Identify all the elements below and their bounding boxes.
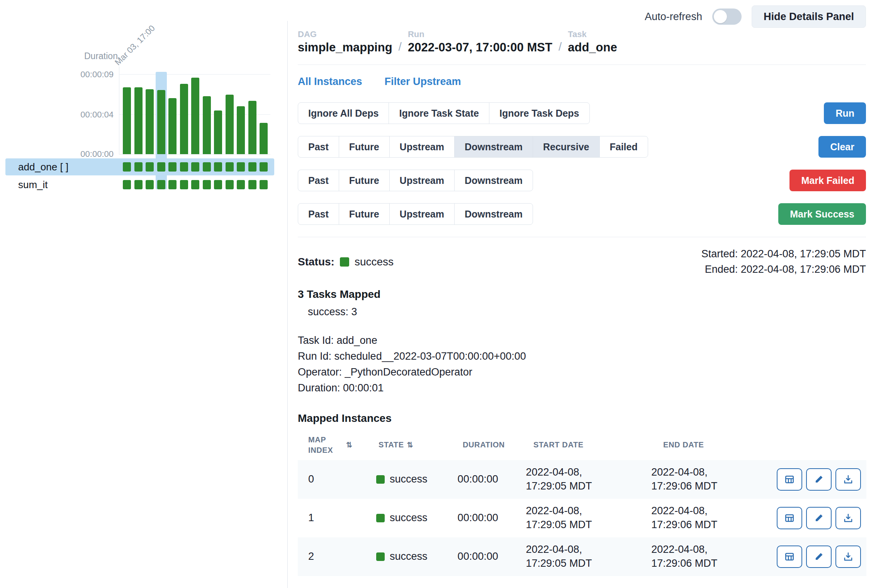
task-instance-square[interactable] (168, 180, 177, 189)
task-label: Task (568, 29, 617, 39)
task-label[interactable]: add_one [ ] (18, 161, 68, 173)
task-instance-square[interactable] (146, 162, 154, 172)
table-body: 0success00:00:002022-04-08, 17:29:05 MDT… (298, 460, 866, 576)
duration-bar[interactable] (260, 123, 268, 154)
duration-bar[interactable] (168, 98, 177, 154)
task-instance-square[interactable] (157, 162, 165, 172)
airflow-grid-page: Auto-refresh Hide Details Panel Duration… (0, 0, 876, 588)
task-instance-square[interactable] (146, 180, 154, 189)
duration-bar[interactable] (134, 87, 143, 154)
header-map-index[interactable]: MAP INDEX ⇅ (308, 435, 379, 455)
run-button[interactable]: Run (824, 102, 866, 124)
duration-bar[interactable] (237, 106, 245, 154)
option-ignore-task-deps-button[interactable]: Ignore Task Deps (489, 102, 590, 124)
divider (298, 237, 866, 237)
option-past-button[interactable]: Past (298, 136, 339, 158)
log-button[interactable] (835, 546, 861, 568)
action-row: PastFutureUpstreamDownstreamMark Success (298, 203, 866, 225)
task-instance-square[interactable] (157, 180, 165, 189)
task-instance-square[interactable] (134, 162, 143, 172)
cell-duration: 00:00:00 (458, 473, 526, 485)
option-ignore-task-state-button[interactable]: Ignore Task State (389, 102, 489, 124)
task-instance-square[interactable] (180, 162, 188, 172)
mapped-instances-heading: Mapped Instances (298, 412, 866, 425)
success-status-square-icon (340, 257, 349, 267)
filter-upstream-link[interactable]: Filter Upstream (385, 76, 461, 88)
option-downstream-button[interactable]: Downstream (454, 136, 533, 158)
task-instance-square[interactable] (180, 180, 188, 189)
auto-refresh-toggle[interactable] (712, 8, 742, 25)
all-instances-link[interactable]: All Instances (298, 76, 362, 88)
duration-bar[interactable] (146, 89, 154, 154)
option-recursive-button[interactable]: Recursive (533, 136, 600, 158)
dag-name[interactable]: simple_mapping (298, 41, 392, 54)
log-button[interactable] (835, 468, 861, 491)
mark-success-button[interactable]: Mark Success (778, 203, 866, 225)
task-instance-square[interactable] (248, 180, 256, 189)
task-instance-square[interactable] (191, 180, 199, 189)
task-instance-square[interactable] (191, 162, 199, 172)
task-instance-square[interactable] (123, 162, 131, 172)
task-name[interactable]: add_one (568, 41, 617, 54)
duration-bar[interactable] (226, 95, 234, 154)
duration-bar[interactable] (214, 110, 222, 154)
task-row[interactable]: add_one [ ] (5, 158, 274, 175)
task-instance-square[interactable] (214, 180, 222, 189)
option-future-button[interactable]: Future (339, 203, 390, 225)
hide-details-panel-button[interactable]: Hide Details Panel (752, 5, 866, 28)
action-rows: Ignore All DepsIgnore Task StateIgnore T… (298, 102, 866, 225)
option-upstream-button[interactable]: Upstream (389, 203, 455, 225)
option-future-button[interactable]: Future (339, 170, 390, 191)
run-name[interactable]: 2022-03-07, 17:00:00 MST (408, 41, 552, 54)
option-upstream-button[interactable]: Upstream (389, 136, 455, 158)
task-instance-square[interactable] (226, 180, 234, 189)
duration-bar[interactable] (180, 84, 188, 154)
task-instance-square[interactable] (226, 162, 234, 172)
option-past-button[interactable]: Past (298, 203, 339, 225)
option-downstream-button[interactable]: Downstream (454, 170, 533, 191)
duration-bar[interactable] (191, 78, 199, 154)
task-instance-square[interactable] (248, 162, 256, 172)
duration-bar[interactable] (248, 101, 256, 154)
task-instance-square[interactable] (123, 180, 131, 189)
option-past-button[interactable]: Past (298, 170, 339, 191)
option-upstream-button[interactable]: Upstream (389, 170, 455, 191)
clear-button[interactable]: Clear (818, 136, 866, 158)
row-actions (777, 546, 866, 568)
task-instance-square[interactable] (237, 180, 245, 189)
task-instance-square[interactable] (237, 162, 245, 172)
task-instance-square[interactable] (168, 162, 177, 172)
task-label[interactable]: sum_it (18, 179, 48, 191)
header-state[interactable]: STATE ⇅ (379, 440, 463, 449)
option-downstream-button[interactable]: Downstream (454, 203, 533, 225)
option-ignore-all-deps-button[interactable]: Ignore All Deps (298, 102, 389, 124)
option-future-button[interactable]: Future (339, 136, 390, 158)
table-button[interactable] (777, 507, 802, 529)
pencil-button[interactable] (806, 468, 832, 491)
pencil-icon (813, 513, 824, 523)
sort-icon[interactable]: ⇅ (407, 440, 414, 449)
task-instance-square[interactable] (134, 180, 143, 189)
option-button-group: PastFutureUpstreamDownstreamRecursiveFai… (298, 136, 648, 158)
mark-failed-button[interactable]: Mark Failed (789, 170, 866, 191)
task-row[interactable]: sum_it (5, 176, 274, 193)
task-instance-square[interactable] (260, 162, 268, 172)
duration-bar[interactable] (123, 87, 131, 154)
cell-state: success (376, 473, 458, 485)
sort-icon[interactable]: ⇅ (346, 440, 353, 449)
table-button[interactable] (777, 468, 802, 491)
duration-bar[interactable] (157, 90, 165, 154)
task-instance-square[interactable] (203, 180, 211, 189)
pencil-button[interactable] (806, 546, 832, 568)
table-row: 0success00:00:002022-04-08, 17:29:05 MDT… (298, 460, 866, 499)
duration-bar[interactable] (203, 96, 211, 154)
table-button[interactable] (777, 546, 802, 568)
task-instance-square[interactable] (260, 180, 268, 189)
task-instance-square[interactable] (214, 162, 222, 172)
gridline (119, 154, 270, 155)
log-button[interactable] (835, 507, 861, 529)
pencil-button[interactable] (806, 507, 832, 529)
task-instance-square[interactable] (203, 162, 211, 172)
table-icon (784, 474, 795, 485)
option-failed-button[interactable]: Failed (599, 136, 648, 158)
